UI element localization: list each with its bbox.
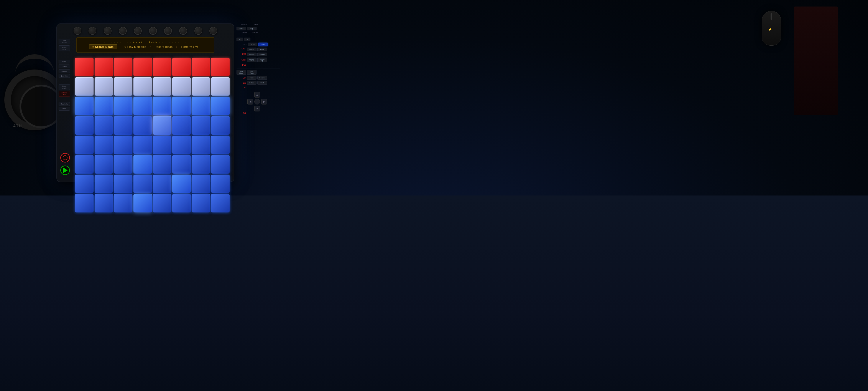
- pad-1-8[interactable]: [211, 58, 229, 76]
- pad-1-5[interactable]: [153, 58, 172, 76]
- solo-button[interactable]: Solo: [258, 43, 268, 46]
- pad-4-7[interactable]: [192, 116, 210, 135]
- session-button[interactable]: Session: [257, 76, 267, 80]
- pad-5-2[interactable]: [95, 136, 113, 154]
- pad-2-1[interactable]: [75, 77, 94, 96]
- arrow-left-button[interactable]: ←: [237, 37, 243, 41]
- pad-8-6[interactable]: [172, 194, 191, 213]
- play-button[interactable]: [60, 166, 70, 175]
- tap-tempo-button[interactable]: TapTempo: [59, 39, 70, 44]
- pad-6-1[interactable]: [75, 155, 94, 173]
- track-button[interactable]: Track: [237, 27, 246, 30]
- pad-7-2[interactable]: [95, 175, 113, 193]
- pad-6-6[interactable]: [172, 155, 191, 173]
- pad-3-1[interactable]: [75, 97, 94, 115]
- knob-1[interactable]: [73, 27, 82, 35]
- menu-item-perform-live[interactable]: Perform Live: [178, 45, 202, 49]
- dpad-down[interactable]: ▼: [254, 106, 260, 111]
- select-button[interactable]: Select: [247, 81, 256, 85]
- pad-6-5[interactable]: [153, 155, 172, 173]
- pad-2-4[interactable]: [133, 77, 152, 96]
- pad-4-8[interactable]: [211, 116, 229, 135]
- dpad-up[interactable]: ▲: [254, 92, 260, 97]
- pad-1-3[interactable]: [114, 58, 132, 76]
- pad-6-4[interactable]: [133, 155, 152, 173]
- pad-8-5[interactable]: [153, 194, 172, 213]
- pad-6-3[interactable]: [114, 155, 132, 173]
- pad-3-8[interactable]: [211, 97, 229, 115]
- pad-5-7[interactable]: [192, 136, 210, 154]
- knob-10[interactable]: [209, 27, 217, 35]
- repeat-button[interactable]: Repeat: [247, 53, 256, 56]
- user-button[interactable]: User: [257, 48, 267, 51]
- pad-2-8[interactable]: [211, 77, 229, 96]
- pad-4-3[interactable]: [114, 116, 132, 135]
- dpad-right[interactable]: ▶: [261, 99, 267, 105]
- pad-5-3[interactable]: [114, 136, 132, 154]
- shift-button[interactable]: Shift: [257, 81, 267, 85]
- pad-3-2[interactable]: [95, 97, 113, 115]
- knob-8[interactable]: [179, 27, 187, 35]
- pad-6-8[interactable]: [211, 155, 229, 173]
- duplicate-button[interactable]: Duplicate: [59, 102, 70, 106]
- pad-4-4[interactable]: [133, 116, 152, 135]
- pad-5-8[interactable]: [211, 136, 229, 154]
- pad-3-4[interactable]: [133, 97, 152, 115]
- knob-3[interactable]: [104, 27, 112, 35]
- pad-5-6[interactable]: [172, 136, 191, 154]
- clip-button[interactable]: Clip: [247, 27, 256, 30]
- knob-7[interactable]: [164, 27, 172, 35]
- pad-7-1[interactable]: [75, 175, 94, 193]
- arrow-right-button[interactable]: →: [244, 37, 250, 41]
- pad-4-5[interactable]: [153, 116, 172, 135]
- accent-button[interactable]: Accent: [257, 53, 267, 56]
- pad-3-3[interactable]: [114, 97, 132, 115]
- pad-6-7[interactable]: [192, 155, 210, 173]
- pad-2-6[interactable]: [172, 77, 191, 96]
- pad-1-4[interactable]: [133, 58, 152, 76]
- pad-3-5[interactable]: [153, 97, 172, 115]
- pad-1-7[interactable]: [192, 58, 210, 76]
- knob-4[interactable]: [119, 27, 127, 35]
- delete-button[interactable]: Delete: [59, 64, 70, 68]
- knob-2[interactable]: [89, 27, 96, 35]
- pad-4-6[interactable]: [172, 116, 191, 135]
- add-effect-button[interactable]: AddEffect: [237, 70, 246, 75]
- mute-button[interactable]: Mute: [248, 43, 257, 46]
- new-button[interactable]: New: [59, 107, 70, 111]
- pad-4-2[interactable]: [95, 116, 113, 135]
- pad-2-7[interactable]: [192, 77, 210, 96]
- knob-5[interactable]: [134, 27, 142, 35]
- fixed-length-button[interactable]: FixedLength: [59, 84, 70, 90]
- scales-button[interactable]: Scales: [247, 48, 256, 51]
- pad-2-2[interactable]: [95, 77, 113, 96]
- menu-item-record-ideas[interactable]: Record Ideas: [152, 45, 176, 49]
- pad-7-3[interactable]: [114, 175, 132, 193]
- groove-down-button[interactable]: GrooveDown: [247, 58, 256, 62]
- undo-button[interactable]: Undo: [59, 60, 70, 63]
- record-button[interactable]: [60, 153, 70, 163]
- pad-5-5[interactable]: [153, 136, 172, 154]
- pad-8-2[interactable]: [95, 194, 113, 213]
- metronome-button[interactable]: Metronome: [59, 46, 70, 51]
- pad-7-7[interactable]: [192, 175, 210, 193]
- pad-1-2[interactable]: [95, 58, 113, 76]
- menu-item-create-beats[interactable]: ≡ Create Beats: [89, 45, 117, 49]
- menu-item-play-melodies[interactable]: ▷ Play Melodies: [121, 45, 149, 49]
- groove-up-button[interactable]: GrooveUp: [257, 58, 267, 62]
- note-button[interactable]: Note: [247, 76, 256, 80]
- pad-5-4[interactable]: [133, 136, 152, 154]
- pad-8-3[interactable]: [114, 194, 132, 213]
- quantize-button[interactable]: Quantize: [59, 74, 70, 78]
- pad-3-6[interactable]: [172, 97, 191, 115]
- pad-3-7[interactable]: [192, 97, 210, 115]
- pad-2-5[interactable]: [153, 77, 172, 96]
- pad-1-1[interactable]: [75, 58, 94, 76]
- pad-8-4[interactable]: [133, 194, 152, 213]
- dpad-left[interactable]: ◀: [247, 99, 253, 105]
- pad-8-7[interactable]: [192, 194, 210, 213]
- pad-6-2[interactable]: [95, 155, 113, 173]
- pad-7-8[interactable]: [211, 175, 229, 193]
- pad-8-8[interactable]: [211, 194, 229, 213]
- add-track-button[interactable]: AddTrack: [247, 70, 256, 75]
